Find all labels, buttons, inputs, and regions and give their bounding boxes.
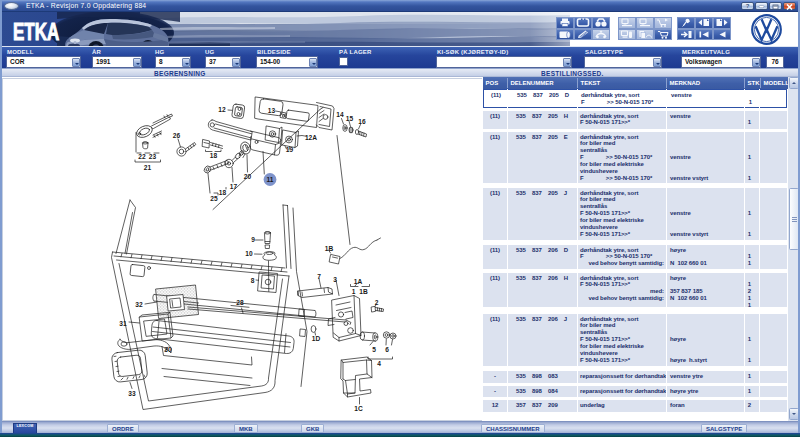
scrollbar-thumb[interactable]	[789, 188, 799, 250]
scroll-up-button[interactable]	[789, 77, 799, 89]
callout-label: 28	[236, 299, 244, 306]
column-separator	[666, 89, 667, 421]
cell-tekst-line: dørhåndtak ytre, sort	[581, 92, 639, 99]
cell-pos: (11)	[483, 113, 507, 120]
dropdown-arrow-icon[interactable]	[653, 58, 661, 67]
cell-stk: 1	[739, 154, 751, 161]
window-titlebar[interactable]: ETKA - Revisjon 7.0 Oppdatering 884 ?	[0, 0, 800, 12]
table-row[interactable]: -535 898 083reparasjonssett for dørhandt…	[483, 371, 787, 383]
table-row[interactable]: -535 898 084reparasjonssett for dørhandt…	[483, 386, 787, 397]
cell-merknad: foran	[670, 402, 685, 409]
cell-pos: -	[483, 373, 507, 380]
app-icon	[4, 2, 19, 10]
dropdown-arrow-icon[interactable]	[133, 58, 141, 67]
dropdown-arrow-icon[interactable]	[232, 58, 240, 67]
col-delenummer[interactable]: DELENUMMER	[507, 78, 577, 88]
bildeside-combobox[interactable]: 154-00	[256, 56, 318, 68]
cart-in-icon[interactable]	[654, 17, 672, 29]
table-scrollbar[interactable]	[788, 77, 799, 422]
cell-pos: (11)	[483, 275, 507, 282]
brand-count-field[interactable]: 76	[766, 56, 784, 68]
minimize-button[interactable]	[755, 2, 768, 10]
col-stk[interactable]: STK	[744, 78, 760, 88]
close-button[interactable]	[783, 2, 796, 10]
table-row[interactable]: (11)535 837 205 Edørhåndtak ytre, sortfo…	[483, 132, 787, 183]
cell-tekst-line: for biler med	[580, 196, 615, 203]
filter-form: MODELL COR ÅR 1991 HG 8 UG 37 BILDESIDE …	[0, 46, 800, 68]
pushpin-icon[interactable]	[677, 17, 695, 29]
help-button[interactable]: ?	[741, 2, 754, 10]
monitor-phone-icon[interactable]	[618, 29, 636, 41]
section-title-begrensning: BEGRENSNING	[154, 70, 206, 77]
dropdown-arrow-icon[interactable]	[752, 58, 760, 67]
car-service-icon[interactable]	[592, 29, 610, 41]
col-pos[interactable]: POS	[483, 78, 507, 88]
chassisnummer-button[interactable]: CHASSISNUMMER	[481, 424, 545, 433]
cell-tekst-line: F 50-N-015 171>>*	[580, 357, 630, 364]
dropdown-arrow-icon[interactable]	[563, 58, 571, 67]
table-row[interactable]: 12357 837 209underlagforan2	[483, 400, 787, 412]
pa-lager-label: PÅ LAGER	[339, 49, 372, 55]
scroll-down-button[interactable]	[789, 408, 799, 420]
column-separator	[744, 89, 745, 421]
cell-partnumber: 535 837 205 E	[516, 134, 586, 141]
salgstype-combobox[interactable]	[584, 56, 662, 68]
dropdown-arrow-icon[interactable]	[309, 58, 317, 67]
mkb-button[interactable]: MKB	[234, 424, 258, 433]
first-page-icon[interactable]	[695, 29, 713, 41]
monitor-global-icon[interactable]	[618, 17, 636, 29]
col-tekst[interactable]: TEKST	[577, 78, 666, 88]
callout-label: 1A	[354, 277, 363, 284]
documents-car-icon[interactable]	[636, 29, 654, 41]
cell-partnumber: 357 837 209	[516, 402, 586, 409]
cell-pos: (11)	[483, 134, 507, 141]
dropdown-arrow-icon[interactable]	[72, 58, 80, 67]
merkeutvalg-combobox[interactable]: Volkswagen	[681, 56, 761, 68]
ar-combobox[interactable]: 1991	[92, 56, 142, 68]
cell-tekst-line: reparasjonssett for dørhandtak	[580, 388, 666, 395]
col-modell[interactable]: MODELL	[760, 78, 788, 88]
ordre-button[interactable]: ORDRE	[107, 424, 139, 433]
page-back-icon[interactable]	[695, 17, 713, 29]
dropdown-arrow-icon[interactable]	[182, 58, 190, 67]
license-plate-icon[interactable]	[574, 17, 592, 29]
cell-tekst-line: for biler med elektriske	[580, 217, 644, 224]
ki-sok-combobox[interactable]	[436, 56, 572, 68]
binoculars-icon[interactable]	[592, 17, 610, 29]
callout-label-highlighted: 11	[267, 176, 274, 183]
table-row[interactable]: (11)535 837 206 Jdørhåndtak ytre, sortfo…	[483, 314, 787, 366]
monitor-umspot-icon[interactable]	[636, 17, 654, 29]
parts-diagram-panel[interactable]: 1213141516 12A19182017 1825 11 26222321 …	[2, 78, 482, 421]
callout-label: 19	[286, 146, 294, 153]
parts-table-panel: POS DELENUMMER TEKST MERKNAD STK MODELL …	[482, 77, 798, 422]
ug-combobox[interactable]: 37	[205, 56, 241, 68]
print-icon[interactable]	[556, 17, 574, 29]
callout-label: 20	[244, 172, 252, 179]
table-row[interactable]: (11)535 837 205 Jdørhåndtak ytre, sortfo…	[483, 188, 787, 240]
table-row[interactable]: (11)535 837 206 Ddørhåndtak ytre, sorthø…	[483, 245, 787, 269]
pencil-icon[interactable]	[574, 29, 592, 41]
exit-icon[interactable]	[677, 29, 695, 41]
pa-lager-checkbox[interactable]	[339, 57, 348, 66]
cell-merknad: venstre	[670, 154, 691, 161]
salgstype-button[interactable]: SALGSTYPE	[701, 424, 747, 433]
cell-pos: (11)	[483, 190, 507, 197]
hg-combobox[interactable]: 8	[155, 56, 191, 68]
gkb-button[interactable]: GKB	[301, 424, 324, 433]
cart-icon[interactable]	[654, 29, 672, 41]
maximize-button[interactable]	[769, 2, 782, 10]
back-icon[interactable]	[713, 29, 731, 41]
roll-icon[interactable]	[556, 29, 574, 41]
callout-labels: 1213141516 12A19182017 1825 11 26222321 …	[119, 106, 389, 412]
cell-pos: (11)	[484, 92, 508, 99]
page-forward-icon[interactable]	[713, 17, 731, 29]
clip-13-drawing	[276, 111, 287, 119]
table-row[interactable]: (11)535 837 206 Hdørhåndtak ytre, sorthø…	[483, 273, 787, 307]
table-row[interactable]: (11)535 837 205 Hdørhåndtak ytre, sortve…	[483, 111, 787, 129]
cell-stk: 1	[739, 388, 751, 395]
callout-label: 18	[210, 152, 218, 159]
modell-combobox[interactable]: COR	[6, 56, 81, 68]
table-row[interactable]: (11)535 837 205 Ddørhåndtak ytre, sortve…	[483, 89, 787, 108]
col-merknad[interactable]: MERKNAD	[666, 78, 744, 88]
cell-tekst-line: for biler med	[580, 140, 615, 147]
